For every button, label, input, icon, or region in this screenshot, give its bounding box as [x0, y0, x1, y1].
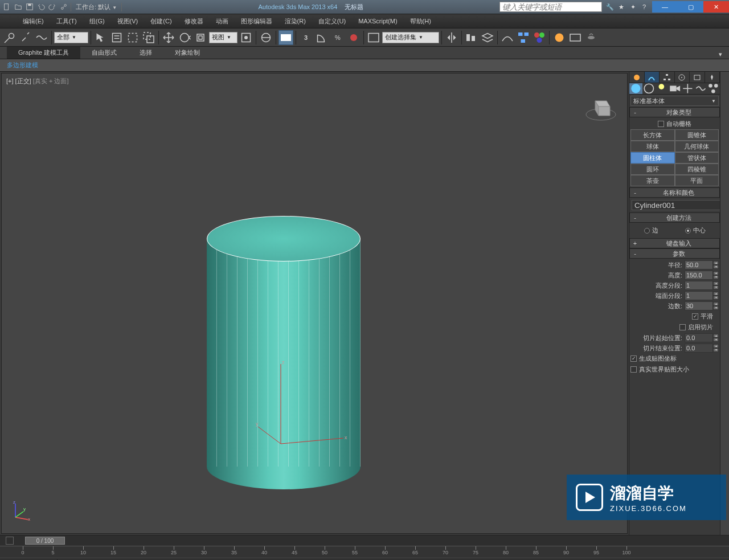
obj-tube-button[interactable]: 管状体: [675, 152, 719, 163]
wand-icon[interactable]: ✦: [628, 2, 637, 11]
create-helpers-icon[interactable]: [681, 83, 694, 94]
cp-tab-hierarchy-icon[interactable]: [660, 72, 675, 83]
angle-snap-icon[interactable]: [314, 30, 329, 45]
viewport[interactable]: [+] [正交] [真实 + 边面] z: [1, 73, 628, 534]
cp-tab-create-icon[interactable]: [629, 72, 645, 83]
ribbon-tab-freeform[interactable]: 自由形式: [80, 47, 128, 59]
create-cameras-icon[interactable]: [668, 83, 681, 94]
ribbon-tab-graphite[interactable]: Graphite 建模工具: [7, 47, 80, 59]
obj-teapot-button[interactable]: 茶壶: [630, 175, 675, 186]
slice-to-spinner[interactable]: [685, 344, 713, 353]
select-rotate-icon[interactable]: [177, 30, 192, 45]
named-selection-combo[interactable]: 创建选择集▼: [382, 32, 439, 43]
select-move-icon[interactable]: [161, 30, 176, 45]
pivot-center-icon[interactable]: [239, 30, 253, 45]
select-region-rect-icon[interactable]: [125, 30, 140, 45]
cp-tab-modify-icon[interactable]: [645, 72, 660, 83]
layers-icon[interactable]: [480, 30, 495, 45]
material-editor-icon[interactable]: [532, 30, 547, 45]
obj-geosphere-button[interactable]: 几何球体: [675, 141, 719, 152]
time-config-icon[interactable]: [6, 537, 14, 545]
bind-spacewarp-icon[interactable]: [34, 30, 49, 45]
radio-edge[interactable]: 边: [644, 226, 658, 235]
height-segs-spinner[interactable]: [685, 281, 713, 290]
open-file-icon[interactable]: [14, 2, 23, 11]
select-manipulate-icon[interactable]: [259, 30, 273, 45]
viewcube[interactable]: [584, 91, 618, 125]
slice-on-checkbox[interactable]: [679, 324, 686, 330]
link-icon[interactable]: [59, 2, 68, 11]
cap-segs-spinner[interactable]: [685, 291, 713, 300]
menu-views[interactable]: 视图(V): [112, 15, 144, 28]
select-by-name-icon[interactable]: [109, 30, 124, 45]
menu-graph-editors[interactable]: 图形编辑器: [235, 15, 278, 28]
select-link-icon[interactable]: [2, 30, 17, 45]
menu-create[interactable]: 创建(C): [145, 15, 177, 28]
menu-edit[interactable]: 编辑(E): [17, 15, 50, 28]
cp-tab-display-icon[interactable]: [690, 72, 705, 83]
snap-toggle-icon[interactable]: 3: [298, 30, 313, 45]
transform-gizmo[interactable]: z y x: [252, 330, 355, 455]
unlink-icon[interactable]: [18, 30, 33, 45]
sides-spinner[interactable]: [685, 301, 713, 310]
cp-tab-motion-icon[interactable]: [675, 72, 690, 83]
percent-snap-icon[interactable]: %: [330, 30, 345, 45]
keyboard-shortcut-icon[interactable]: [279, 30, 293, 45]
height-spinner[interactable]: [685, 271, 713, 280]
menu-tools[interactable]: 工具(T): [51, 15, 83, 28]
obj-sphere-button[interactable]: 球体: [630, 141, 675, 152]
help-search-input[interactable]: [499, 2, 602, 12]
ribbon-tab-object-paint[interactable]: 对象绘制: [163, 47, 211, 59]
schematic-view-icon[interactable]: [516, 30, 531, 45]
help-icon[interactable]: ?: [640, 2, 649, 11]
gen-mapping-checkbox[interactable]: [630, 355, 637, 362]
menu-rendering[interactable]: 渲染(R): [279, 15, 312, 28]
rollout-creation-method-header[interactable]: -创建方法: [629, 212, 720, 223]
curve-editor-icon[interactable]: [500, 30, 515, 45]
radio-center[interactable]: 中心: [685, 226, 706, 235]
rollout-name-color-header[interactable]: -名称和颜色: [629, 187, 720, 198]
object-name-input[interactable]: [632, 200, 720, 210]
selection-filter-combo[interactable]: 全部▼: [54, 32, 88, 43]
workspace-selector[interactable]: 工作台: 默认 ▼: [71, 3, 122, 11]
obj-plane-button[interactable]: 平面: [675, 175, 719, 186]
create-spacewarps-icon[interactable]: [694, 83, 707, 94]
save-icon[interactable]: [25, 2, 34, 11]
menu-modifiers[interactable]: 修改器: [179, 15, 209, 28]
cp-tab-utilities-icon[interactable]: [705, 72, 720, 83]
obj-cone-button[interactable]: 圆锥体: [675, 129, 719, 141]
obj-pyramid-button[interactable]: 四棱锥: [675, 163, 719, 175]
select-object-icon[interactable]: [93, 30, 108, 45]
ref-coord-combo[interactable]: 视图▼: [209, 32, 237, 43]
time-slider[interactable]: 0 / 100: [0, 536, 729, 546]
create-lights-icon[interactable]: [655, 83, 668, 94]
create-systems-icon[interactable]: [707, 83, 720, 94]
render-frame-icon[interactable]: [568, 30, 583, 45]
smooth-checkbox[interactable]: [692, 313, 698, 320]
time-ruler[interactable]: 0510152025303540455055606570758085909510…: [0, 546, 729, 557]
menu-maxscript[interactable]: MAXScript(M): [353, 15, 403, 27]
category-dropdown[interactable]: 标准基本体▼: [630, 96, 719, 106]
ribbon-panel-polymodeling[interactable]: 多边形建模: [0, 59, 729, 72]
new-file-icon[interactable]: [2, 2, 11, 11]
obj-cylinder-button[interactable]: 圆柱体: [630, 152, 675, 163]
rollout-object-type-header[interactable]: -对象类型: [629, 107, 720, 117]
render-setup-icon[interactable]: [552, 30, 567, 45]
mirror-icon[interactable]: [444, 30, 459, 45]
menu-customize[interactable]: 自定义(U): [313, 15, 351, 28]
ribbon-tab-selection[interactable]: 选择: [128, 47, 163, 59]
select-scale-icon[interactable]: [193, 30, 208, 45]
maximize-button[interactable]: ▢: [678, 1, 703, 13]
create-geometry-icon[interactable]: [629, 83, 642, 94]
align-icon[interactable]: [464, 30, 479, 45]
render-production-icon[interactable]: [584, 30, 599, 45]
autogrid-checkbox[interactable]: [658, 121, 664, 127]
cylinder-object[interactable]: z y x: [207, 216, 361, 489]
time-slider-handle[interactable]: 0 / 100: [25, 537, 65, 545]
redo-icon[interactable]: [48, 2, 57, 11]
slice-from-spinner[interactable]: [685, 333, 713, 342]
undo-icon[interactable]: [36, 2, 46, 11]
radius-spinner[interactable]: [685, 260, 713, 269]
rollout-keyboard-entry-header[interactable]: +键盘输入: [629, 238, 720, 248]
create-shapes-icon[interactable]: [642, 83, 656, 94]
